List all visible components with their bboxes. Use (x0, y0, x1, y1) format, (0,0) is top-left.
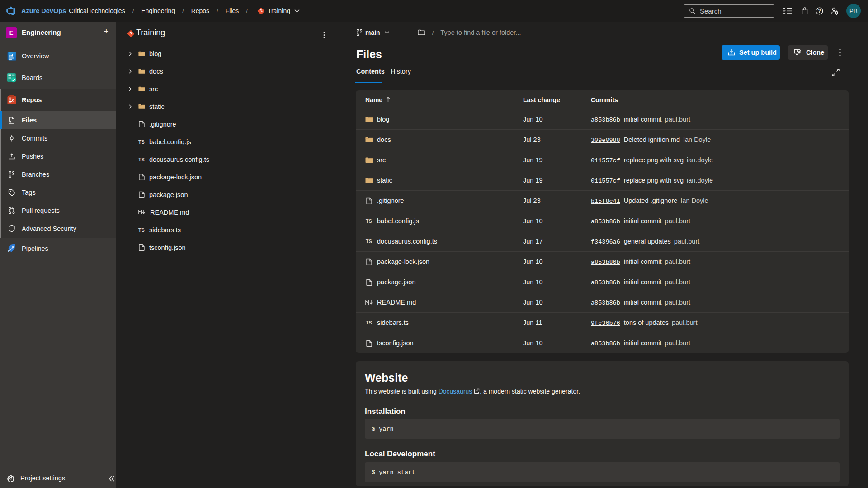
svg-text:?: ? (818, 9, 821, 14)
